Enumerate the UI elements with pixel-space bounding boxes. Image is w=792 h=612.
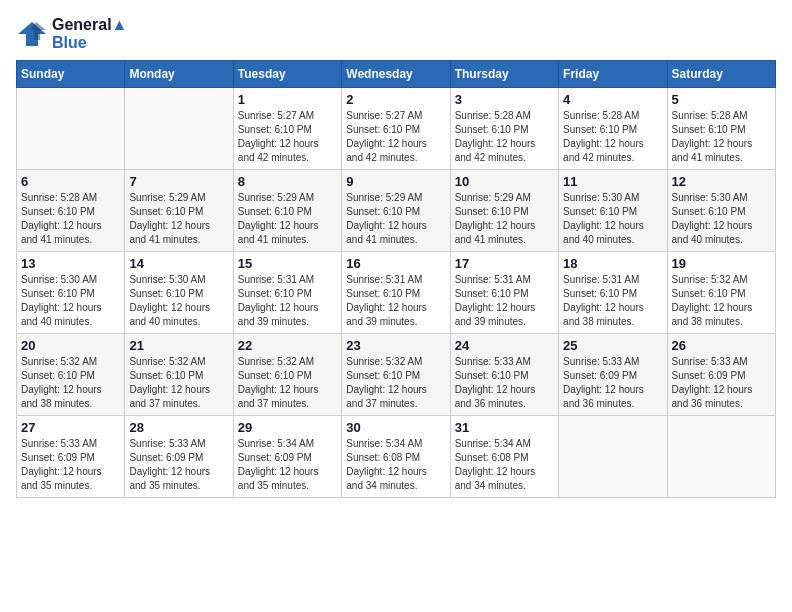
calendar-cell: 22Sunrise: 5:32 AM Sunset: 6:10 PM Dayli… <box>233 334 341 416</box>
calendar-cell: 26Sunrise: 5:33 AM Sunset: 6:09 PM Dayli… <box>667 334 775 416</box>
calendar-cell: 1Sunrise: 5:27 AM Sunset: 6:10 PM Daylig… <box>233 88 341 170</box>
calendar-cell: 9Sunrise: 5:29 AM Sunset: 6:10 PM Daylig… <box>342 170 450 252</box>
day-number: 5 <box>672 92 771 107</box>
calendar-cell: 27Sunrise: 5:33 AM Sunset: 6:09 PM Dayli… <box>17 416 125 498</box>
page-header: General▲ Blue <box>16 16 776 52</box>
day-info: Sunrise: 5:33 AM Sunset: 6:09 PM Dayligh… <box>21 437 120 493</box>
calendar-cell: 20Sunrise: 5:32 AM Sunset: 6:10 PM Dayli… <box>17 334 125 416</box>
calendar-cell: 24Sunrise: 5:33 AM Sunset: 6:10 PM Dayli… <box>450 334 558 416</box>
day-info: Sunrise: 5:29 AM Sunset: 6:10 PM Dayligh… <box>238 191 337 247</box>
day-number: 3 <box>455 92 554 107</box>
calendar-cell: 13Sunrise: 5:30 AM Sunset: 6:10 PM Dayli… <box>17 252 125 334</box>
calendar-cell: 3Sunrise: 5:28 AM Sunset: 6:10 PM Daylig… <box>450 88 558 170</box>
calendar-cell: 18Sunrise: 5:31 AM Sunset: 6:10 PM Dayli… <box>559 252 667 334</box>
calendar-cell: 21Sunrise: 5:32 AM Sunset: 6:10 PM Dayli… <box>125 334 233 416</box>
day-info: Sunrise: 5:28 AM Sunset: 6:10 PM Dayligh… <box>21 191 120 247</box>
calendar-cell: 19Sunrise: 5:32 AM Sunset: 6:10 PM Dayli… <box>667 252 775 334</box>
day-number: 20 <box>21 338 120 353</box>
day-number: 4 <box>563 92 662 107</box>
day-info: Sunrise: 5:34 AM Sunset: 6:08 PM Dayligh… <box>346 437 445 493</box>
day-number: 16 <box>346 256 445 271</box>
calendar-cell: 10Sunrise: 5:29 AM Sunset: 6:10 PM Dayli… <box>450 170 558 252</box>
calendar-cell: 7Sunrise: 5:29 AM Sunset: 6:10 PM Daylig… <box>125 170 233 252</box>
day-number: 6 <box>21 174 120 189</box>
day-info: Sunrise: 5:28 AM Sunset: 6:10 PM Dayligh… <box>563 109 662 165</box>
calendar-week-4: 20Sunrise: 5:32 AM Sunset: 6:10 PM Dayli… <box>17 334 776 416</box>
calendar-cell: 2Sunrise: 5:27 AM Sunset: 6:10 PM Daylig… <box>342 88 450 170</box>
day-info: Sunrise: 5:27 AM Sunset: 6:10 PM Dayligh… <box>346 109 445 165</box>
calendar-cell: 4Sunrise: 5:28 AM Sunset: 6:10 PM Daylig… <box>559 88 667 170</box>
day-number: 10 <box>455 174 554 189</box>
day-number: 30 <box>346 420 445 435</box>
day-info: Sunrise: 5:29 AM Sunset: 6:10 PM Dayligh… <box>129 191 228 247</box>
day-info: Sunrise: 5:33 AM Sunset: 6:09 PM Dayligh… <box>672 355 771 411</box>
calendar-cell: 17Sunrise: 5:31 AM Sunset: 6:10 PM Dayli… <box>450 252 558 334</box>
weekday-header-thursday: Thursday <box>450 61 558 88</box>
calendar-cell: 29Sunrise: 5:34 AM Sunset: 6:09 PM Dayli… <box>233 416 341 498</box>
day-info: Sunrise: 5:31 AM Sunset: 6:10 PM Dayligh… <box>455 273 554 329</box>
calendar-body: 1Sunrise: 5:27 AM Sunset: 6:10 PM Daylig… <box>17 88 776 498</box>
day-number: 23 <box>346 338 445 353</box>
weekday-header-sunday: Sunday <box>17 61 125 88</box>
day-number: 13 <box>21 256 120 271</box>
logo-text: General▲ Blue <box>52 16 127 52</box>
day-number: 18 <box>563 256 662 271</box>
calendar-table: SundayMondayTuesdayWednesdayThursdayFrid… <box>16 60 776 498</box>
day-number: 7 <box>129 174 228 189</box>
day-number: 1 <box>238 92 337 107</box>
day-info: Sunrise: 5:31 AM Sunset: 6:10 PM Dayligh… <box>346 273 445 329</box>
svg-marker-0 <box>18 22 46 46</box>
calendar-cell: 12Sunrise: 5:30 AM Sunset: 6:10 PM Dayli… <box>667 170 775 252</box>
day-info: Sunrise: 5:29 AM Sunset: 6:10 PM Dayligh… <box>346 191 445 247</box>
day-number: 12 <box>672 174 771 189</box>
day-number: 22 <box>238 338 337 353</box>
day-info: Sunrise: 5:32 AM Sunset: 6:10 PM Dayligh… <box>129 355 228 411</box>
weekday-header-saturday: Saturday <box>667 61 775 88</box>
calendar-cell: 5Sunrise: 5:28 AM Sunset: 6:10 PM Daylig… <box>667 88 775 170</box>
calendar-cell: 8Sunrise: 5:29 AM Sunset: 6:10 PM Daylig… <box>233 170 341 252</box>
day-info: Sunrise: 5:30 AM Sunset: 6:10 PM Dayligh… <box>129 273 228 329</box>
day-info: Sunrise: 5:34 AM Sunset: 6:08 PM Dayligh… <box>455 437 554 493</box>
day-info: Sunrise: 5:32 AM Sunset: 6:10 PM Dayligh… <box>346 355 445 411</box>
day-number: 11 <box>563 174 662 189</box>
calendar-cell: 6Sunrise: 5:28 AM Sunset: 6:10 PM Daylig… <box>17 170 125 252</box>
day-info: Sunrise: 5:33 AM Sunset: 6:10 PM Dayligh… <box>455 355 554 411</box>
day-info: Sunrise: 5:33 AM Sunset: 6:09 PM Dayligh… <box>129 437 228 493</box>
calendar-cell: 23Sunrise: 5:32 AM Sunset: 6:10 PM Dayli… <box>342 334 450 416</box>
day-info: Sunrise: 5:32 AM Sunset: 6:10 PM Dayligh… <box>238 355 337 411</box>
day-number: 14 <box>129 256 228 271</box>
day-number: 19 <box>672 256 771 271</box>
day-info: Sunrise: 5:32 AM Sunset: 6:10 PM Dayligh… <box>672 273 771 329</box>
calendar-cell <box>125 88 233 170</box>
day-info: Sunrise: 5:34 AM Sunset: 6:09 PM Dayligh… <box>238 437 337 493</box>
calendar-week-2: 6Sunrise: 5:28 AM Sunset: 6:10 PM Daylig… <box>17 170 776 252</box>
day-info: Sunrise: 5:33 AM Sunset: 6:09 PM Dayligh… <box>563 355 662 411</box>
calendar-cell: 16Sunrise: 5:31 AM Sunset: 6:10 PM Dayli… <box>342 252 450 334</box>
weekday-header-wednesday: Wednesday <box>342 61 450 88</box>
calendar-cell: 14Sunrise: 5:30 AM Sunset: 6:10 PM Dayli… <box>125 252 233 334</box>
day-number: 8 <box>238 174 337 189</box>
weekday-header-monday: Monday <box>125 61 233 88</box>
day-number: 28 <box>129 420 228 435</box>
day-info: Sunrise: 5:30 AM Sunset: 6:10 PM Dayligh… <box>672 191 771 247</box>
weekday-header-row: SundayMondayTuesdayWednesdayThursdayFrid… <box>17 61 776 88</box>
calendar-cell: 15Sunrise: 5:31 AM Sunset: 6:10 PM Dayli… <box>233 252 341 334</box>
day-number: 31 <box>455 420 554 435</box>
weekday-header-tuesday: Tuesday <box>233 61 341 88</box>
day-number: 26 <box>672 338 771 353</box>
calendar-cell <box>559 416 667 498</box>
calendar-cell: 31Sunrise: 5:34 AM Sunset: 6:08 PM Dayli… <box>450 416 558 498</box>
day-number: 29 <box>238 420 337 435</box>
logo: General▲ Blue <box>16 16 127 52</box>
calendar-header: SundayMondayTuesdayWednesdayThursdayFrid… <box>17 61 776 88</box>
calendar-cell: 30Sunrise: 5:34 AM Sunset: 6:08 PM Dayli… <box>342 416 450 498</box>
calendar-cell: 28Sunrise: 5:33 AM Sunset: 6:09 PM Dayli… <box>125 416 233 498</box>
day-info: Sunrise: 5:29 AM Sunset: 6:10 PM Dayligh… <box>455 191 554 247</box>
day-number: 25 <box>563 338 662 353</box>
day-info: Sunrise: 5:28 AM Sunset: 6:10 PM Dayligh… <box>455 109 554 165</box>
day-number: 17 <box>455 256 554 271</box>
day-info: Sunrise: 5:27 AM Sunset: 6:10 PM Dayligh… <box>238 109 337 165</box>
day-info: Sunrise: 5:31 AM Sunset: 6:10 PM Dayligh… <box>563 273 662 329</box>
logo-icon <box>16 20 48 48</box>
calendar-week-5: 27Sunrise: 5:33 AM Sunset: 6:09 PM Dayli… <box>17 416 776 498</box>
